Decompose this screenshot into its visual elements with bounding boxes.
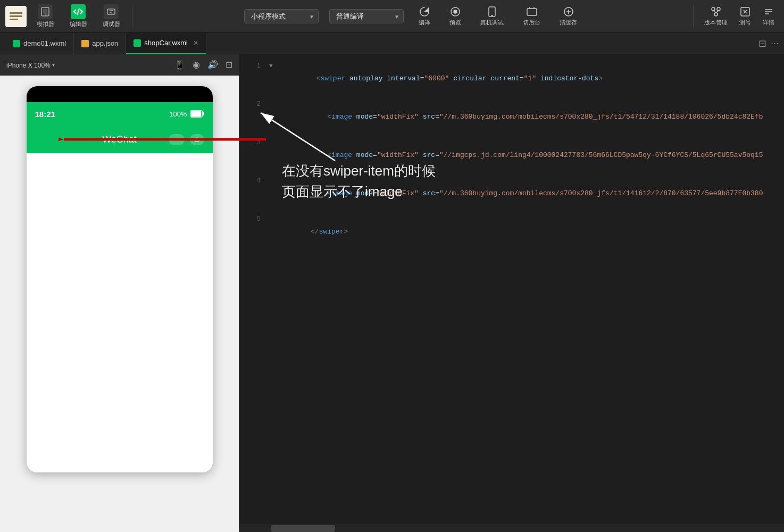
main-toolbar: 模拟器 编辑器 调试器 小程序模式 插件模式 bbox=[0, 0, 784, 33]
toolbar-divider-2 bbox=[693, 6, 694, 27]
line-num-4: 4 bbox=[248, 174, 261, 187]
tab-demo01-label: demo01.wxml bbox=[23, 39, 66, 47]
line-num-2: 2 bbox=[248, 98, 261, 111]
svg-rect-15 bbox=[527, 9, 537, 15]
code-line-5: 5 </swiper> bbox=[239, 213, 784, 251]
clear-cache-label: 清缓存 bbox=[560, 19, 577, 27]
version-mgr-button[interactable]: 版本管理 bbox=[700, 5, 732, 28]
tab-bar: demo01.wxml app.json shopCar.wxml ✕ ⊟ ··… bbox=[0, 33, 784, 54]
scroll-thumb bbox=[271, 525, 335, 532]
main-area: iPhone X 100% iPhone 6/7/8 📱 ◉ 🔊 ⊡ 1 bbox=[0, 54, 784, 532]
phone-frame: 18:21 100% WeChat bbox=[27, 86, 213, 472]
phone-container: 18:21 100% WeChat bbox=[0, 76, 239, 532]
notch-pill bbox=[88, 88, 152, 102]
test-num-button[interactable]: 测号 bbox=[735, 5, 755, 28]
split-editor-icon[interactable]: ⊟ bbox=[758, 38, 766, 49]
compile-select-wrapper[interactable]: 普通编译 自定义编译 bbox=[329, 9, 404, 23]
compile-select[interactable]: 普通编译 自定义编译 bbox=[329, 9, 404, 23]
notch-area bbox=[27, 86, 213, 102]
svg-rect-34 bbox=[203, 112, 204, 115]
toolbar-center-controls: 小程序模式 插件模式 普通编译 自定义编译 编译 预览 bbox=[139, 5, 687, 28]
editor-button[interactable]: 编辑器 bbox=[64, 2, 93, 30]
svg-line-7 bbox=[77, 9, 79, 15]
real-machine-label: 真机调试 bbox=[480, 19, 504, 27]
battery-text: 100% bbox=[169, 110, 187, 118]
clear-cache-button[interactable]: 清缓存 bbox=[555, 5, 581, 28]
tab-shopcar[interactable]: shopCar.wxml ✕ bbox=[126, 33, 206, 54]
code-content-1: <swiper autoplay interval="6000" circula… bbox=[275, 60, 603, 98]
line-num-5: 5 bbox=[248, 213, 261, 226]
toolbar-right-controls: 版本管理 测号 详情 bbox=[700, 5, 779, 28]
volume-icon[interactable]: 🔊 bbox=[207, 60, 218, 70]
code-area[interactable]: 1 ▼ <swiper autoplay interval="6000" cir… bbox=[239, 54, 784, 525]
phone-status-bar: 18:21 100% bbox=[27, 102, 213, 126]
editor-label: 编辑器 bbox=[70, 20, 87, 28]
status-right: 100% bbox=[169, 110, 204, 118]
tab-icon-shopcar bbox=[134, 39, 141, 47]
line-num-1: 1 bbox=[248, 60, 261, 72]
phone-content bbox=[27, 153, 213, 472]
version-mgr-label: 版本管理 bbox=[704, 19, 728, 27]
preview-button[interactable]: 预览 bbox=[445, 5, 465, 28]
tab-demo01[interactable]: demo01.wxml bbox=[5, 33, 74, 54]
nav-more-btn[interactable]: ••• bbox=[169, 134, 185, 145]
svg-rect-8 bbox=[107, 9, 115, 14]
mode-select-wrapper[interactable]: 小程序模式 插件模式 bbox=[244, 9, 319, 23]
nav-title: WeChat bbox=[102, 134, 137, 145]
status-time: 18:21 bbox=[35, 110, 55, 119]
screenshot-icon[interactable]: ⊡ bbox=[226, 60, 232, 70]
compile-button[interactable]: 编译 bbox=[414, 5, 435, 28]
mode-select[interactable]: 小程序模式 插件模式 bbox=[244, 9, 319, 23]
svg-rect-5 bbox=[43, 9, 47, 14]
tab-icon-app-json bbox=[81, 40, 89, 47]
app-logo bbox=[5, 6, 27, 27]
tab-app-json-label: app.json bbox=[92, 39, 118, 47]
svg-point-21 bbox=[712, 7, 715, 11]
simulator-panel: iPhone X 100% iPhone 6/7/8 📱 ◉ 🔊 ⊡ 1 bbox=[0, 54, 239, 532]
debugger-button[interactable]: 调试器 bbox=[97, 2, 126, 30]
svg-rect-1 bbox=[10, 12, 22, 14]
phone-nav-bar: WeChat ••• ⊕ bbox=[27, 126, 213, 153]
simulator-label: 模拟器 bbox=[37, 20, 54, 28]
code-content-2: <image mode="widthFix" src="//m.360buyim… bbox=[269, 98, 763, 136]
detail-button[interactable]: 详情 bbox=[758, 5, 779, 28]
real-machine-button[interactable]: 真机调试 bbox=[476, 5, 508, 28]
preview-label: 预览 bbox=[449, 19, 461, 27]
nav-right: ••• ⊕ bbox=[169, 134, 204, 145]
tab-close-shopcar[interactable]: ✕ bbox=[193, 40, 198, 46]
svg-point-6 bbox=[45, 15, 46, 16]
editor-panel: 1 ▼ <swiper autoplay interval="6000" cir… bbox=[239, 54, 784, 532]
cut-backend-label: 切后台 bbox=[523, 19, 540, 27]
svg-line-24 bbox=[713, 11, 716, 13]
cut-backend-button[interactable]: 切后台 bbox=[519, 5, 545, 28]
more-tabs-icon[interactable]: ··· bbox=[771, 38, 779, 49]
tab-shopcar-label: shopCar.wxml bbox=[144, 39, 188, 47]
tab-icon-demo01 bbox=[13, 40, 20, 47]
toolbar-divider-1 bbox=[132, 6, 132, 27]
code-line-3: 3 <image mode="widthFix" src="//imgcps.j… bbox=[239, 136, 784, 174]
device-select[interactable]: iPhone X 100% iPhone 6/7/8 bbox=[6, 62, 58, 69]
svg-point-12 bbox=[454, 10, 457, 13]
wifi-icon[interactable]: ◉ bbox=[193, 60, 200, 70]
device-select-wrapper[interactable]: iPhone X 100% iPhone 6/7/8 bbox=[6, 60, 58, 70]
code-content-3: <image mode="widthFix" src="//imgcps.jd.… bbox=[269, 136, 763, 174]
detail-label: 详情 bbox=[763, 19, 774, 27]
svg-rect-33 bbox=[191, 111, 201, 117]
editor-scrollbar[interactable] bbox=[239, 525, 784, 532]
code-line-2: 2 <image mode="widthFix" src="//m.360buy… bbox=[239, 98, 784, 136]
test-num-label: 测号 bbox=[739, 19, 751, 27]
line-num-3: 3 bbox=[248, 136, 261, 149]
code-content-5: </swiper> bbox=[269, 213, 348, 251]
code-content-4: <image mode="widthFix" src="//m.360buyim… bbox=[269, 174, 763, 213]
simulator-button[interactable]: 模拟器 bbox=[31, 2, 60, 30]
simulator-toolbar: iPhone X 100% iPhone 6/7/8 📱 ◉ 🔊 ⊡ bbox=[0, 54, 239, 76]
compile-label: 编译 bbox=[419, 19, 430, 27]
collapse-arrow-1[interactable]: ▼ bbox=[269, 60, 273, 72]
nav-add-btn[interactable]: ⊕ bbox=[190, 134, 204, 145]
phone-rotate-icon[interactable]: 📱 bbox=[174, 60, 185, 70]
tab-bar-right: ⊟ ··· bbox=[758, 38, 784, 49]
battery-icon bbox=[190, 110, 204, 118]
tab-app-json[interactable]: app.json bbox=[74, 33, 126, 54]
code-line-1: 1 ▼ <swiper autoplay interval="6000" cir… bbox=[239, 60, 784, 98]
svg-point-23 bbox=[714, 13, 718, 16]
